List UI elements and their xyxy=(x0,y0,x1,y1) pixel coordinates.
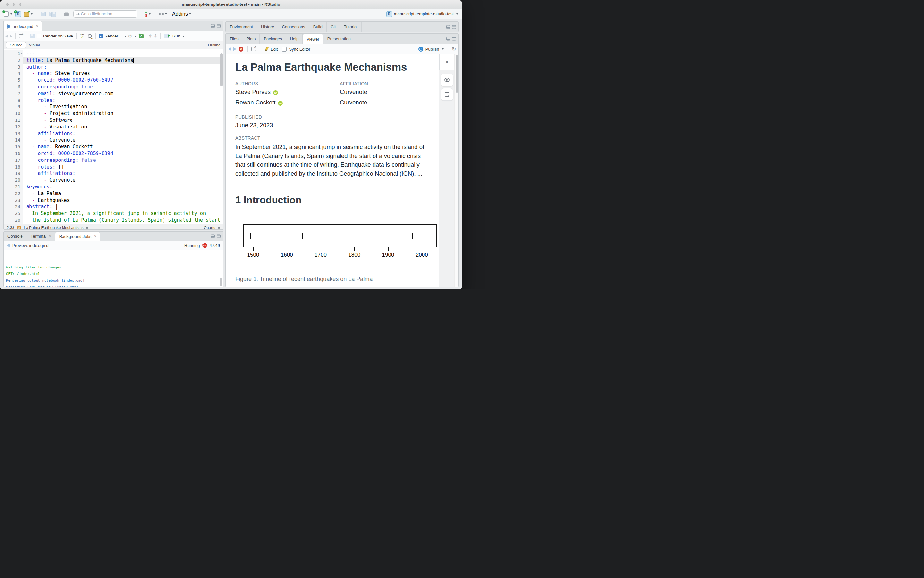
tab-plots[interactable]: Plots xyxy=(242,34,260,44)
code-line[interactable]: 24abstract: | xyxy=(3,203,223,210)
render-icon[interactable] xyxy=(99,34,103,38)
minimize-pane-icon[interactable] xyxy=(211,24,215,28)
tab-viewer[interactable]: Viewer xyxy=(303,34,324,44)
addins-menu[interactable]: Addins xyxy=(171,11,192,18)
code-line[interactable]: 23 - Earthquakes xyxy=(3,197,223,204)
jobs-back-icon[interactable] xyxy=(7,244,10,247)
code-line[interactable]: 16 orcid: 0000-0002-7859-8394 xyxy=(3,150,223,157)
code-line[interactable]: 25 In September 2021, a significant jump… xyxy=(3,210,223,217)
code-line[interactable]: 7 email: steve@curvenote.com xyxy=(3,90,223,97)
code-line[interactable]: 14 - Curvenote xyxy=(3,137,223,143)
print-button[interactable] xyxy=(63,11,70,17)
goto-file-input[interactable]: ➔ Go to file/function xyxy=(73,10,137,18)
close-tab-icon[interactable]: × xyxy=(36,24,38,29)
go-next-section-icon[interactable]: ⇩ xyxy=(154,34,157,39)
edit-button[interactable]: Edit xyxy=(271,47,278,52)
save-button[interactable] xyxy=(40,11,47,17)
code-line[interactable]: 11 - Software xyxy=(3,117,223,124)
viewer-back-icon[interactable] xyxy=(228,47,231,51)
run-icon[interactable] xyxy=(164,34,169,38)
tab-tutorial[interactable]: Tutorial xyxy=(340,22,362,32)
tab-history[interactable]: History xyxy=(257,22,278,32)
open-file-button[interactable]: ➦ xyxy=(23,11,34,17)
pane-layout-button[interactable] xyxy=(158,11,168,17)
vcs-button[interactable]: ＋Ｇ xyxy=(143,10,152,18)
collapse-panel-button[interactable]: < xyxy=(439,54,454,70)
section-updown-icon[interactable] xyxy=(86,227,88,229)
refresh-icon[interactable]: ↻ xyxy=(452,46,456,52)
publish-button[interactable]: Publish xyxy=(425,47,439,52)
annotate-tool-button[interactable] xyxy=(441,88,453,101)
outline-button[interactable]: Outline xyxy=(203,43,221,47)
tab-presentation[interactable]: Presentation xyxy=(324,34,355,44)
spellcheck-icon[interactable]: ABC✓ xyxy=(80,33,85,39)
close-terminal-icon[interactable]: × xyxy=(49,234,51,239)
code-line[interactable]: 5 orcid: 0000-0002-0760-5497 xyxy=(3,77,223,84)
viewer-popout-icon[interactable] xyxy=(251,47,256,51)
viewer-scrollbar[interactable] xyxy=(454,54,459,287)
tab-background-jobs[interactable]: Background Jobs× xyxy=(55,232,100,241)
section-jump[interactable]: La Palma Earthquake Mechanisms xyxy=(24,226,83,230)
code-line[interactable]: 13 affiliations: xyxy=(3,130,223,137)
source-toggle[interactable]: Source xyxy=(6,42,26,49)
publish-dropdown[interactable] xyxy=(442,49,444,50)
orcid-icon[interactable]: iD xyxy=(273,90,278,95)
minimize-pane-icon[interactable] xyxy=(446,37,450,41)
file-type-label[interactable]: Quarto xyxy=(203,226,215,230)
save-all-button[interactable] xyxy=(48,10,57,18)
tab-console[interactable]: Console xyxy=(3,232,27,240)
filetype-updown-icon[interactable] xyxy=(218,227,220,229)
run-dropdown[interactable] xyxy=(182,36,184,37)
orcid-icon[interactable]: iD xyxy=(278,101,283,106)
run-label[interactable]: Run xyxy=(172,34,180,39)
code-line[interactable]: 19 affiliations: xyxy=(3,170,223,177)
options-dropdown[interactable] xyxy=(134,36,136,37)
tab-build[interactable]: Build xyxy=(309,22,327,32)
code-editor[interactable]: 1---2title: La Palma Earthquake Mechanis… xyxy=(3,49,223,224)
find-replace-icon[interactable] xyxy=(88,34,92,38)
tab-git[interactable]: Git xyxy=(327,22,340,32)
tab-packages[interactable]: Packages xyxy=(260,34,286,44)
minimize-pane-icon[interactable] xyxy=(446,25,450,29)
render-label[interactable]: Render xyxy=(104,34,118,39)
jobs-output[interactable]: Watching files for changesGET: /index.ht… xyxy=(3,250,223,287)
maximize-pane-icon[interactable] xyxy=(452,37,456,41)
code-line[interactable]: 12 - Visualization xyxy=(3,124,223,130)
tab-connections[interactable]: Connections xyxy=(278,22,309,32)
viewer-forward-icon[interactable] xyxy=(233,47,236,51)
console-scrollbar[interactable] xyxy=(220,278,222,286)
gear-icon[interactable]: ⚙ xyxy=(128,33,132,39)
maximize-pane-icon[interactable] xyxy=(217,24,221,28)
highlight-tool-button[interactable] xyxy=(441,74,453,86)
code-line[interactable]: 26 the island of La Palma (Canary Island… xyxy=(3,217,223,224)
close-jobs-icon[interactable]: × xyxy=(94,234,96,239)
render-dropdown[interactable] xyxy=(124,36,126,37)
forward-icon[interactable] xyxy=(10,35,12,38)
maximize-pane-icon[interactable] xyxy=(452,25,456,29)
tab-terminal[interactable]: Terminal× xyxy=(27,232,55,240)
editor-scrollbar[interactable] xyxy=(220,53,223,86)
code-line[interactable]: 2title: La Palma Earthquake Mechanisms xyxy=(3,57,223,64)
insert-chunk-icon[interactable]: C xyxy=(139,34,144,39)
code-line[interactable]: 15 - name: Rowan Cockett xyxy=(3,143,223,150)
tab-environment[interactable]: Environment xyxy=(226,22,257,32)
code-line[interactable]: 3author: xyxy=(3,64,223,70)
code-line[interactable]: 20 - Curvenote xyxy=(3,177,223,183)
code-line[interactable]: 4 - name: Steve Purves xyxy=(3,70,223,77)
code-line[interactable]: 8 roles: xyxy=(3,97,223,104)
tab-help[interactable]: Help xyxy=(286,34,303,44)
code-line[interactable]: 1--- xyxy=(3,50,223,57)
minimize-pane-icon[interactable] xyxy=(211,235,215,238)
stop-job-icon[interactable]: STOP xyxy=(202,243,207,248)
tab-index-qmd[interactable]: index.qmd × xyxy=(3,21,42,31)
back-icon[interactable] xyxy=(5,35,8,38)
maximize-pane-icon[interactable] xyxy=(217,235,221,238)
code-line[interactable]: 18 roles: [] xyxy=(3,164,223,170)
code-line[interactable]: 21keywords: xyxy=(3,183,223,190)
render-on-save-checkbox[interactable] xyxy=(37,34,41,39)
new-file-button[interactable]: + xyxy=(3,11,13,17)
tab-files[interactable]: Files xyxy=(226,34,242,44)
code-line[interactable]: 22 - La Palma xyxy=(3,190,223,197)
project-menu[interactable]: R manuscript-template-rstudio-test xyxy=(386,11,459,17)
code-line[interactable]: 17 corresponding: false xyxy=(3,157,223,164)
